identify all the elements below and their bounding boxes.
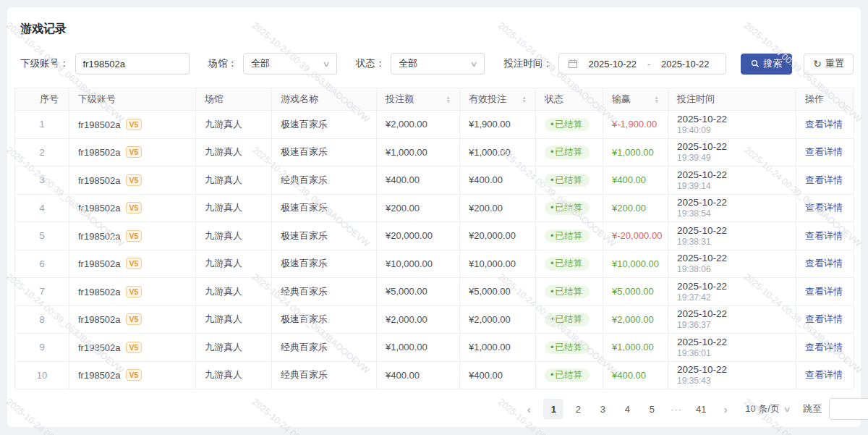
cell-venue: 九游真人 xyxy=(196,334,272,362)
page-button-5[interactable]: 5 xyxy=(642,399,662,419)
reset-button-label: 重置 xyxy=(825,57,844,70)
view-details-link[interactable]: 查看详情 xyxy=(805,202,843,213)
cell-bet-amount: ¥1,000.00 xyxy=(377,334,460,362)
cell-account: fr198502aV5 xyxy=(69,305,196,334)
sort-icon[interactable]: ▲▼ xyxy=(522,96,527,103)
column-header-9: 投注时间 xyxy=(668,88,796,111)
view-details-link[interactable]: 查看详情 xyxy=(805,342,843,352)
page-button-41[interactable]: 41 xyxy=(691,399,711,419)
cell-venue: 九游真人 xyxy=(196,166,272,195)
status-badge: •已结算 xyxy=(545,341,590,355)
bet-date: 2025-10-22 xyxy=(677,364,787,376)
account-input[interactable] xyxy=(75,53,190,75)
page-button-2[interactable]: 2 xyxy=(568,399,588,419)
account-label: 下级账号： xyxy=(20,57,69,70)
next-page-button[interactable]: › xyxy=(715,399,736,419)
cell-venue: 九游真人 xyxy=(196,278,272,306)
table-row: 9fr198502aV5九游真人经典百家乐¥1,000.00¥1,000.00•… xyxy=(15,334,854,362)
page-title: 游戏记录 xyxy=(20,22,854,37)
view-details-link[interactable]: 查看详情 xyxy=(805,230,843,241)
cell-bet-time: 2025-10-2219:36:01 xyxy=(668,334,796,362)
calendar-icon xyxy=(568,59,578,69)
cell-bet-time: 2025-10-2219:39:49 xyxy=(668,138,796,166)
column-header-4: 游戏名称 xyxy=(272,88,377,111)
status-text: 已结算 xyxy=(556,287,583,297)
chevron-down-icon: ∨ xyxy=(783,405,791,414)
date-end: 2025-10-22 xyxy=(653,59,717,69)
column-header-5[interactable]: 投注额▲▼ xyxy=(377,88,460,111)
date-start: 2025-10-22 xyxy=(581,59,644,69)
status-badge: •已结算 xyxy=(545,118,590,132)
sort-icon[interactable]: ▲▼ xyxy=(446,96,451,103)
page-button-1[interactable]: 1 xyxy=(543,399,563,419)
column-header-label: 投注额▲▼ xyxy=(386,93,451,106)
win-loss-amount: ¥1,000.00 xyxy=(612,342,654,352)
cell-venue: 九游真人 xyxy=(196,222,272,250)
column-header-text: 状态 xyxy=(545,93,563,106)
column-header-label: 游戏名称 xyxy=(281,93,367,106)
cell-index: 6 xyxy=(15,250,69,278)
account-name: fr198502a xyxy=(78,342,121,353)
vip-level-badge: V5 xyxy=(126,313,142,325)
prev-page-button[interactable]: ‹ xyxy=(519,399,539,419)
bet-date: 2025-10-22 xyxy=(677,114,787,125)
win-loss-amount: ¥5,000.00 xyxy=(612,286,654,297)
cell-action: 查看详情 xyxy=(796,305,854,334)
filter-bar: 下级账号： 场馆： 全部 ∨ 状态： 全部 ∨ 投注时间： xyxy=(20,53,854,75)
view-details-link[interactable]: 查看详情 xyxy=(805,369,843,380)
page-button-4[interactable]: 4 xyxy=(617,399,637,419)
view-details-link[interactable]: 查看详情 xyxy=(805,119,843,130)
jump-to-page-input[interactable] xyxy=(829,398,868,420)
table-row: 6fr198502aV5九游真人极速百家乐¥10,000.00¥10,000.0… xyxy=(15,250,854,278)
cell-index: 2 xyxy=(15,138,69,166)
bet-date: 2025-10-22 xyxy=(677,337,787,348)
reset-button[interactable]: ↻ 重置 xyxy=(804,54,854,75)
cell-account: fr198502aV5 xyxy=(69,278,196,306)
view-details-link[interactable]: 查看详情 xyxy=(805,313,843,324)
view-details-link[interactable]: 查看详情 xyxy=(805,286,843,297)
page-size-select[interactable]: 10 条/页∨ xyxy=(745,402,790,415)
date-range-picker[interactable]: 2025-10-22 - 2025-10-22 xyxy=(558,53,727,75)
cell-venue: 九游真人 xyxy=(196,194,272,222)
cell-status: •已结算 xyxy=(536,305,603,334)
bet-time-label: 投注时间： xyxy=(503,57,553,70)
status-badge: •已结算 xyxy=(545,368,590,382)
column-header-7: 状态 xyxy=(536,88,603,111)
cell-index: 7 xyxy=(15,278,69,306)
bet-time: 19:39:49 xyxy=(677,153,787,163)
status-select[interactable]: 全部 ∨ xyxy=(391,53,485,75)
view-details-link[interactable]: 查看详情 xyxy=(805,174,843,185)
page-ellipsis[interactable]: ··· xyxy=(666,399,686,419)
cell-valid-bet: ¥10,000.00 xyxy=(460,250,536,278)
search-button[interactable]: 搜索 xyxy=(741,54,792,75)
column-header-label: 输赢▲▼ xyxy=(612,93,659,106)
cell-bet-amount: ¥2,000.00 xyxy=(377,111,460,139)
venue-select[interactable]: 全部 ∨ xyxy=(243,53,337,75)
page-button-3[interactable]: 3 xyxy=(592,399,613,419)
cell-bet-time: 2025-10-2219:39:14 xyxy=(668,166,796,195)
table-row: 3fr198502aV5九游真人经典百家乐¥400.00¥400.00•已结算¥… xyxy=(15,166,854,195)
view-details-link[interactable]: 查看详情 xyxy=(805,258,843,269)
cell-status: •已结算 xyxy=(536,222,603,250)
bet-date: 2025-10-22 xyxy=(677,225,787,237)
status-text: 已结算 xyxy=(556,120,583,130)
cell-win-loss: ¥-1,900.00 xyxy=(603,111,668,139)
view-details-link[interactable]: 查看详情 xyxy=(805,146,843,157)
cell-index: 9 xyxy=(15,334,69,362)
cell-valid-bet: ¥2,000.00 xyxy=(460,305,536,334)
column-header-8[interactable]: 输赢▲▼ xyxy=(603,88,668,111)
cell-account: fr198502aV5 xyxy=(69,250,196,278)
cell-action: 查看详情 xyxy=(796,361,854,389)
column-header-label: 状态 xyxy=(545,93,594,106)
column-header-6[interactable]: 有效投注▲▼ xyxy=(460,88,536,111)
sort-icon[interactable]: ▲▼ xyxy=(655,96,659,103)
cell-win-loss: ¥1,000.00 xyxy=(603,334,668,362)
venue-label: 场馆： xyxy=(208,57,238,70)
records-table: 序号下级账号场馆游戏名称投注额▲▼有效投注▲▼状态输赢▲▼投注时间操作 1fr1… xyxy=(14,88,854,389)
cell-game-name: 经典百家乐 xyxy=(272,166,377,195)
bet-time: 19:36:37 xyxy=(677,320,787,330)
cell-status: •已结算 xyxy=(536,250,603,278)
win-loss-amount: ¥-20,000.00 xyxy=(612,230,662,241)
cell-valid-bet: ¥20,000.00 xyxy=(460,222,536,250)
status-text: 已结算 xyxy=(556,203,583,213)
